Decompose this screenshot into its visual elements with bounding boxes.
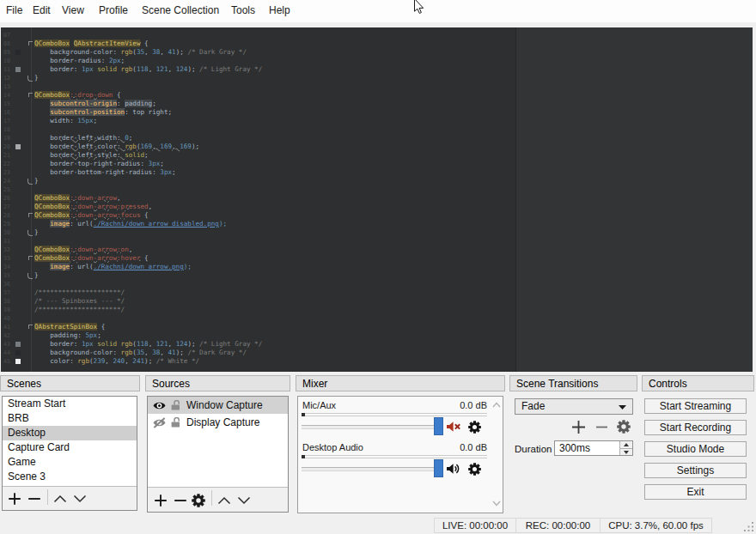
scene-item-desktop[interactable]: Desktop	[3, 426, 137, 440]
scene-move-down-button[interactable]	[73, 495, 87, 503]
mixer-scroll-up-icon[interactable]	[492, 402, 501, 408]
speaker-muted-icon[interactable]	[446, 421, 461, 433]
add-transition-button[interactable]	[571, 420, 586, 434]
transition-properties-gear-icon[interactable]	[617, 420, 631, 434]
code-token: 15px	[77, 117, 93, 124]
source-properties-gear-icon[interactable]	[192, 494, 205, 507]
menu-profile[interactable]: Profile	[99, 0, 128, 22]
code-line: 30}	[1, 228, 753, 237]
fold-marker-close[interactable]	[27, 273, 33, 279]
line-number: 19	[1, 134, 10, 143]
menu-file[interactable]: File	[6, 0, 22, 22]
remove-source-button[interactable]	[174, 494, 187, 507]
scene-item-scene-3[interactable]: Scene 3	[3, 470, 137, 484]
sources-toolbar	[148, 487, 288, 512]
volume-slider-handle[interactable]	[434, 459, 443, 477]
code-token: );	[176, 48, 188, 56]
fold-marker-close[interactable]	[27, 179, 33, 185]
code-token: {	[140, 39, 148, 47]
code-token	[34, 263, 50, 270]
code-text: border-radius: 2px;	[34, 57, 125, 65]
remove-scene-button[interactable]	[27, 492, 41, 506]
code-text: QComboBox::down-arrow:pressed,	[34, 203, 152, 211]
duration-value: 300ms	[559, 442, 590, 454]
resize-grip[interactable]	[744, 522, 755, 533]
volume-slider-track[interactable]	[302, 467, 443, 471]
duration-spin-down[interactable]	[620, 449, 632, 455]
code-token: border-radius:	[34, 57, 109, 64]
line-number: 07	[1, 31, 10, 39]
preview-area[interactable]: 0708QComboBox QAbstractItemView {09 back…	[1, 27, 753, 372]
code-token: ::down-arrow:on	[70, 246, 129, 253]
duration-spin-up[interactable]	[620, 441, 632, 449]
code-token: color:	[34, 357, 77, 365]
scene-item-brb[interactable]: BRB	[3, 411, 137, 426]
duration-spinbox[interactable]: 300ms	[554, 440, 633, 456]
mixer-gear-icon[interactable]	[468, 421, 481, 434]
scene-move-up-button[interactable]	[53, 495, 67, 503]
source-unlocked-lock-icon[interactable]	[170, 417, 181, 428]
fold-marker-open[interactable]	[28, 213, 33, 217]
sources-dock-title[interactable]: Sources	[145, 375, 290, 391]
fold-marker-open[interactable]	[28, 93, 33, 97]
start-recording-button[interactable]: Start Recording	[644, 420, 747, 435]
fold-marker-open[interactable]	[28, 41, 33, 46]
scenes-dock-title[interactable]: Scenes	[0, 375, 140, 391]
menu-view[interactable]: View	[62, 0, 84, 22]
source-unlocked-lock-icon[interactable]	[170, 400, 181, 411]
menu-tools[interactable]: Tools	[231, 0, 255, 22]
speaker-unmuted-icon[interactable]	[446, 463, 461, 475]
add-source-button[interactable]	[154, 494, 168, 507]
color-swatch	[15, 342, 21, 347]
code-token: }	[34, 74, 39, 82]
exit-button[interactable]: Exit	[644, 484, 747, 500]
transitions-title-label: Scene Transitions	[516, 378, 598, 390]
code-token: 3px	[149, 160, 161, 167]
volume-slider-handle[interactable]	[434, 417, 443, 435]
menu-help[interactable]: Help	[269, 0, 290, 22]
mixer-volume-db: 0.0 dB	[427, 442, 487, 452]
scene-item-stream-start[interactable]: Stream Start	[3, 397, 137, 411]
menu-scene-collection[interactable]: Scene Collection	[142, 0, 219, 22]
add-scene-button[interactable]	[8, 492, 21, 506]
mixer-dock-title[interactable]: Mixer	[296, 375, 505, 391]
fold-marker-close[interactable]	[27, 76, 33, 82]
code-token: 241	[132, 357, 144, 365]
transition-select[interactable]: Fade	[515, 398, 633, 415]
duration-spin-buttons[interactable]	[619, 441, 632, 455]
mixer-gear-icon[interactable]	[468, 463, 481, 476]
source-move-down-button[interactable]	[237, 496, 251, 505]
controls-dock-title[interactable]: Controls	[642, 375, 754, 391]
source-hidden-eye-icon[interactable]	[153, 417, 166, 428]
start-streaming-button[interactable]: Start Streaming	[644, 398, 747, 414]
code-line: 25	[1, 185, 753, 194]
code-token: rgb	[121, 340, 133, 348]
scene-item-capture-card[interactable]: Capture Card	[3, 440, 137, 455]
code-text: QComboBox::down-arrow:on,	[34, 246, 132, 254]
code-token: }	[34, 177, 39, 185]
fold-marker-close[interactable]	[27, 230, 33, 236]
code-token: 35	[137, 349, 144, 356]
code-line: 40	[1, 314, 753, 323]
remove-transition-button[interactable]	[595, 420, 608, 434]
mixer-scroll-down-icon[interactable]	[492, 501, 501, 507]
scene-item-game[interactable]: Game	[3, 455, 137, 470]
code-token	[34, 108, 50, 116]
code-line: 45 color: rgb(239, 240, 241); /* White *…	[1, 357, 753, 366]
source-item-window-capture[interactable]: Window Capture	[148, 397, 288, 414]
volume-slider-track[interactable]	[302, 425, 443, 429]
source-move-up-button[interactable]	[217, 496, 231, 505]
fold-marker-open[interactable]	[28, 325, 33, 329]
source-visible-eye-icon[interactable]	[153, 400, 166, 411]
transitions-dock-title[interactable]: Scene Transitions	[509, 375, 637, 391]
menu-edit[interactable]: Edit	[33, 0, 51, 22]
studio-mode-button[interactable]: Studio Mode	[644, 441, 747, 457]
settings-button[interactable]: Settings	[644, 463, 747, 478]
fold-marker-open[interactable]	[28, 256, 33, 260]
code-token: ::down-arrow	[70, 194, 117, 202]
line-number: 29	[1, 220, 10, 228]
code-token: 38	[152, 349, 160, 356]
code-text: border-top-right-radius: 3px;	[34, 160, 164, 168]
mixer-title-label: Mixer	[302, 378, 327, 390]
source-item-display-capture[interactable]: Display Capture	[148, 414, 288, 431]
